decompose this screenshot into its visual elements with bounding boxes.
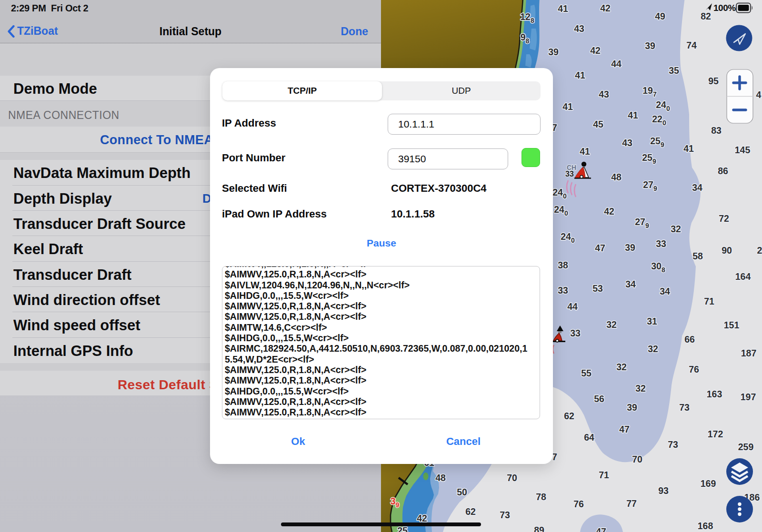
svg-text:49: 49 xyxy=(655,11,665,21)
svg-text:34: 34 xyxy=(660,286,670,296)
svg-text:48: 48 xyxy=(611,172,622,182)
svg-text:72: 72 xyxy=(719,213,729,224)
svg-text:56: 56 xyxy=(594,394,604,404)
svg-text:43: 43 xyxy=(599,89,609,99)
svg-text:76: 76 xyxy=(573,499,584,509)
svg-text:42: 42 xyxy=(600,3,611,13)
svg-text:62: 62 xyxy=(564,411,574,421)
svg-text:45: 45 xyxy=(593,119,603,129)
svg-text:82: 82 xyxy=(701,11,711,21)
svg-text:32: 32 xyxy=(616,362,627,372)
svg-text:168: 168 xyxy=(698,521,713,531)
svg-text:34: 34 xyxy=(692,182,702,193)
svg-text:70: 70 xyxy=(507,473,517,483)
svg-text:90: 90 xyxy=(722,245,732,256)
svg-text:95: 95 xyxy=(708,76,719,86)
svg-text:42: 42 xyxy=(604,206,614,217)
svg-text:47: 47 xyxy=(596,526,606,532)
svg-text:53: 53 xyxy=(592,283,603,294)
svg-text:197: 197 xyxy=(741,392,756,402)
svg-text:39: 39 xyxy=(548,47,559,57)
svg-text:43: 43 xyxy=(622,138,632,148)
svg-text:41: 41 xyxy=(558,3,568,14)
svg-text:2: 2 xyxy=(757,245,762,256)
svg-text:32: 32 xyxy=(648,344,658,354)
svg-text:39: 39 xyxy=(627,402,637,413)
svg-text:70: 70 xyxy=(632,454,642,464)
svg-text:73: 73 xyxy=(679,402,690,413)
svg-text:33: 33 xyxy=(570,328,581,338)
svg-text:66: 66 xyxy=(684,334,695,345)
svg-text:39: 39 xyxy=(625,242,635,253)
svg-text:83: 83 xyxy=(711,125,722,136)
svg-text:187: 187 xyxy=(741,348,757,358)
svg-text:74: 74 xyxy=(686,40,697,50)
svg-text:41: 41 xyxy=(683,143,694,154)
svg-text:41: 41 xyxy=(562,101,573,112)
svg-text:64: 64 xyxy=(584,432,594,443)
svg-text:76: 76 xyxy=(689,364,699,374)
svg-text:38: 38 xyxy=(558,260,568,270)
svg-text:164: 164 xyxy=(735,271,751,282)
svg-text:71: 71 xyxy=(599,470,609,480)
svg-text:172: 172 xyxy=(708,429,723,439)
svg-text:33: 33 xyxy=(558,285,568,296)
svg-text:44: 44 xyxy=(611,59,622,69)
svg-text:47: 47 xyxy=(619,424,630,434)
svg-text:39: 39 xyxy=(645,40,655,51)
svg-text:77: 77 xyxy=(626,498,637,509)
svg-text:31: 31 xyxy=(647,316,657,326)
svg-text:50: 50 xyxy=(457,487,467,497)
svg-text:145: 145 xyxy=(735,145,751,155)
svg-text:62: 62 xyxy=(465,506,476,517)
svg-text:33: 33 xyxy=(656,238,666,249)
svg-text:48: 48 xyxy=(435,473,446,483)
svg-text:58: 58 xyxy=(692,251,703,261)
svg-text:42: 42 xyxy=(417,513,427,523)
svg-text:33: 33 xyxy=(565,170,574,178)
svg-text:41: 41 xyxy=(580,146,590,157)
svg-text:32: 32 xyxy=(635,383,646,394)
svg-text:41: 41 xyxy=(628,110,638,120)
svg-text:259: 259 xyxy=(738,442,754,452)
svg-text:163: 163 xyxy=(707,389,722,399)
svg-text:169: 169 xyxy=(701,478,716,489)
svg-text:32: 32 xyxy=(671,224,681,234)
svg-text:93: 93 xyxy=(658,485,669,496)
svg-text:41: 41 xyxy=(575,70,585,80)
svg-text:44: 44 xyxy=(567,301,578,312)
svg-text:78: 78 xyxy=(536,492,546,502)
svg-text:73: 73 xyxy=(668,439,678,450)
svg-text:100%: 100% xyxy=(713,3,736,13)
svg-text:71: 71 xyxy=(704,296,714,306)
svg-text:73: 73 xyxy=(500,510,510,520)
svg-text:43: 43 xyxy=(574,23,584,34)
svg-text:89: 89 xyxy=(534,525,544,532)
svg-text:32: 32 xyxy=(606,319,617,330)
svg-text:151: 151 xyxy=(724,320,740,330)
svg-text:42: 42 xyxy=(590,45,601,56)
svg-text:55: 55 xyxy=(581,368,592,378)
svg-text:35: 35 xyxy=(669,65,679,76)
svg-text:25: 25 xyxy=(397,525,408,532)
svg-text:86: 86 xyxy=(718,166,728,176)
svg-text:34: 34 xyxy=(625,279,636,289)
svg-text:4: 4 xyxy=(756,89,762,100)
svg-text:47: 47 xyxy=(595,243,605,253)
